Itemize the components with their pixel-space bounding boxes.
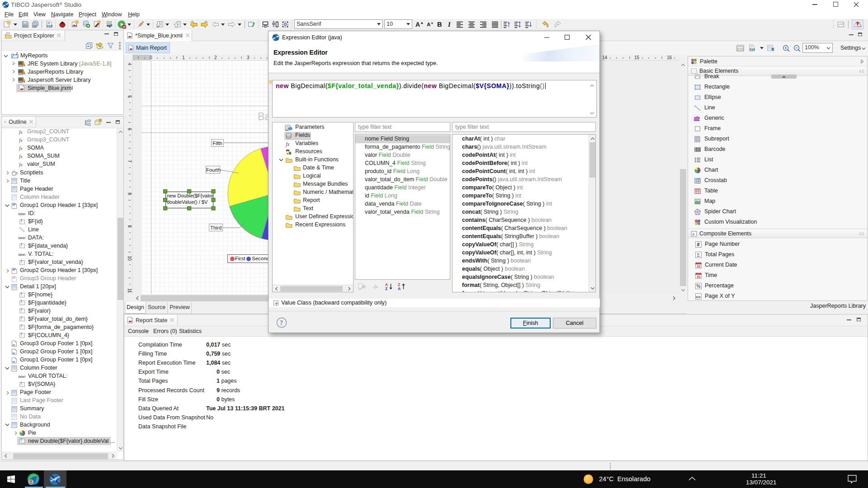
svg-text:A: A [398, 286, 401, 291]
svg-text:010: 010 [750, 48, 755, 51]
svg-text:2: 2 [214, 55, 217, 60]
svg-text:#: # [697, 242, 700, 247]
svg-text:5: 5 [127, 95, 132, 98]
svg-text:fx: fx [286, 141, 290, 147]
svg-text:xN: xN [285, 129, 288, 131]
svg-text:#/#: #/# [696, 295, 701, 299]
svg-text:%: % [697, 284, 701, 289]
svg-text:0: 0 [150, 55, 152, 60]
svg-text:Z: Z [385, 286, 387, 291]
svg-text:15: 15 [634, 55, 640, 60]
svg-text:xN: xN [359, 288, 362, 291]
svg-text:31: 31 [697, 275, 701, 279]
svg-text:16: 16 [667, 55, 672, 60]
svg-text:31: 31 [697, 264, 701, 268]
svg-text:6: 6 [127, 128, 132, 131]
svg-text:11: 11 [127, 288, 132, 293]
svg-text:010: 010 [47, 24, 53, 28]
svg-text:3: 3 [247, 55, 250, 60]
svg-text:9: 9 [127, 225, 132, 228]
svg-text:1: 1 [182, 55, 185, 60]
svg-text:Σ: Σ [697, 252, 700, 258]
svg-text:4: 4 [127, 63, 132, 66]
svg-text:J: J [16, 52, 18, 55]
svg-text:?: ? [280, 319, 283, 326]
svg-text:14: 14 [602, 55, 608, 60]
svg-text:-fx: -fx [373, 284, 378, 289]
svg-text:#: # [693, 232, 695, 236]
